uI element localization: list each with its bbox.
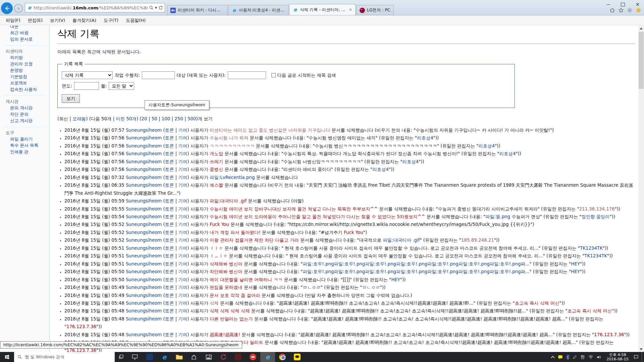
log-link[interactable]: 기여	[178, 183, 187, 188]
log-link[interactable]: Suneungsiheom	[126, 222, 162, 227]
menu-item-1[interactable]: 파일(F)	[2, 16, 24, 25]
target-input[interactable]	[228, 71, 266, 79]
back-button[interactable]	[1, 2, 13, 14]
tab-close-icon[interactable]: ×	[348, 7, 352, 12]
log-link[interactable]: Suneungsiheom	[126, 293, 162, 298]
log-link[interactable]: 파일:대국티아 .gif	[210, 198, 247, 203]
start-button[interactable]	[0, 352, 14, 362]
taskbar-app-red-circle-app[interactable]	[246, 352, 260, 362]
log-link[interactable]: 기여	[178, 175, 187, 180]
page-scrollbar[interactable]	[638, 25, 644, 352]
log-link[interactable]: 기여	[178, 230, 187, 235]
log-link[interactable]: 다른 반달러는 없는가	[210, 316, 253, 321]
sidebar-item[interactable]: 대문	[0, 25, 49, 29]
log-link[interactable]: 토론	[165, 269, 174, 274]
log-link[interactable]: 개노답	[210, 151, 223, 156]
log-link[interactable]: Fuck You	[344, 230, 363, 235]
log-link[interactable]: 토론	[165, 167, 174, 172]
sidebar-item[interactable]: 기본방침	[0, 73, 49, 80]
log-link[interactable]: Suneungsiheom	[126, 167, 162, 172]
log-link[interactable]: 토론	[165, 316, 174, 321]
pager-link[interactable]: 250	[174, 116, 183, 121]
pen-input-icon[interactable]	[573, 355, 577, 359]
log-link[interactable]: Suneungsiheom	[126, 135, 162, 140]
log-link[interactable]: Suneungsiheom	[126, 246, 162, 251]
log-link[interactable]: Fuck You	[210, 222, 229, 227]
log-link[interactable]: HEY	[391, 277, 400, 282]
log-link[interactable]: 편집을 못하겠네	[210, 285, 243, 290]
log-link[interactable]: 토론	[165, 135, 174, 140]
log-link[interactable]: 기여	[178, 293, 187, 298]
log-link[interactable]: 토론	[165, 151, 174, 156]
sidebar-item[interactable]: 위키방	[0, 54, 49, 61]
log-link[interactable]: 기여	[178, 308, 187, 313]
log-link[interactable]: ㅕㅛㅑㅎ	[210, 253, 227, 258]
log-link[interactable]: 리호성4	[499, 151, 516, 156]
pager-link[interactable]: 500	[187, 116, 196, 121]
log-link[interactable]: HEY	[571, 269, 580, 274]
log-link[interactable]: 파일:똥.png	[485, 214, 510, 219]
log-link[interactable]: 초고속 즉시 삭제 머신	[515, 301, 559, 306]
hidden-icons-chevron-icon[interactable]	[551, 356, 555, 358]
sidebar-item[interactable]: 임의 문서로	[0, 36, 49, 42]
log-link[interactable]: 토론	[165, 230, 174, 235]
scroll-up-arrow-icon[interactable]	[638, 25, 644, 31]
taskbar-app-kakaotalk[interactable]	[290, 352, 305, 362]
sidebar-item[interactable]: 신고 게시판	[0, 117, 49, 124]
favorites-star-icon[interactable]	[618, 7, 624, 14]
address-bar[interactable]: e http://licentiawiki.16mb.com/%ED%8A%B9…	[25, 3, 165, 12]
log-link[interactable]: 토론	[165, 214, 174, 219]
pager-link[interactable]: 100	[162, 116, 170, 121]
scroll-down-arrow-icon[interactable]	[638, 346, 644, 352]
sidebar-item[interactable]: 관리자 요청	[0, 61, 49, 67]
taskbar-app-navy-app[interactable]	[142, 352, 157, 362]
log-link[interactable]: Suneungsiheom	[126, 214, 162, 219]
menu-item-3[interactable]: 보기(V)	[46, 16, 69, 25]
sidebar-item[interactable]: 파일 올리기	[0, 136, 49, 142]
maximize-button[interactable]	[618, 1, 628, 8]
pager-link[interactable]: 이전 50개	[116, 116, 136, 121]
log-link[interactable]: 기여	[178, 238, 187, 243]
title-search-checkbox[interactable]	[271, 73, 276, 77]
kakao-tray-icon[interactable]	[558, 355, 563, 360]
log-link[interactable]: Suneungsiheom	[126, 175, 162, 180]
log-link[interactable]: 토론	[165, 198, 174, 203]
taskbar-app-windows-store[interactable]	[186, 352, 201, 362]
refresh-icon[interactable]	[158, 5, 163, 10]
log-link[interactable]: 토론	[165, 285, 174, 290]
menu-item-6[interactable]: 도움말(H)	[122, 16, 149, 25]
ime-korean-indicator[interactable]: 한	[580, 354, 586, 360]
log-link[interactable]: 토론	[165, 175, 174, 180]
log-link[interactable]: 리센티아는 애미도 없고 좆도 병신같은 너자위용 기구입니다	[210, 128, 330, 133]
log-link[interactable]: Suneungsiheom	[126, 301, 162, 306]
show-desktop-button[interactable]	[642, 352, 643, 362]
sidebar-item[interactable]: 인쇄용 판	[0, 148, 49, 155]
log-link[interactable]: 토론	[165, 253, 174, 258]
menu-item-4[interactable]: 즐겨찾기(A)	[69, 16, 100, 25]
log-link[interactable]: Suneungsiheom	[126, 261, 162, 266]
log-link[interactable]: 삭제해봐 병신아	[210, 261, 243, 266]
settings-gear-icon[interactable]	[627, 7, 633, 14]
year-input[interactable]	[74, 82, 99, 90]
pager-link[interactable]: 오래됨	[72, 116, 86, 121]
log-link[interactable]: 수능시험 애미년 보지 장바구니대신 보지에 물건 쳐넣고 다니는 뚝뚝한 주부…	[210, 206, 378, 212]
month-select[interactable]: 모든 달	[109, 82, 134, 90]
log-link[interactable]: 기여	[178, 143, 187, 148]
log-link[interactable]: Suneungsiheom	[126, 198, 162, 203]
log-link[interactable]: 토론	[165, 332, 174, 337]
browser-tab-3[interactable]: e삭제 기록 - 리센티아, 리센...×	[289, 4, 356, 15]
log-link[interactable]: 리호성4	[372, 167, 389, 172]
log-link[interactable]: Suneungsiheom	[126, 308, 162, 313]
log-link[interactable]: TK1234TK	[584, 253, 607, 258]
log-link[interactable]: 기여	[178, 246, 187, 251]
url-text[interactable]: http://licentiawiki.16mb.com/%ED%8A%B9%E…	[34, 5, 148, 10]
log-link[interactable]: 토론	[165, 143, 174, 148]
menu-item-5[interactable]: 도구(T)	[100, 16, 122, 25]
log-link[interactable]: Suneungsiheom	[126, 151, 162, 156]
log-link[interactable]: 리호성4	[478, 143, 495, 148]
log-link[interactable]: 정인향 응딩이	[581, 214, 609, 219]
log-link[interactable]: 쓰레기	[210, 159, 223, 164]
taskbar-app-sync-app[interactable]	[216, 352, 231, 362]
sidebar-item[interactable]: 접속한 사용자	[0, 86, 49, 93]
log-link[interactable]: 기여	[178, 332, 187, 337]
